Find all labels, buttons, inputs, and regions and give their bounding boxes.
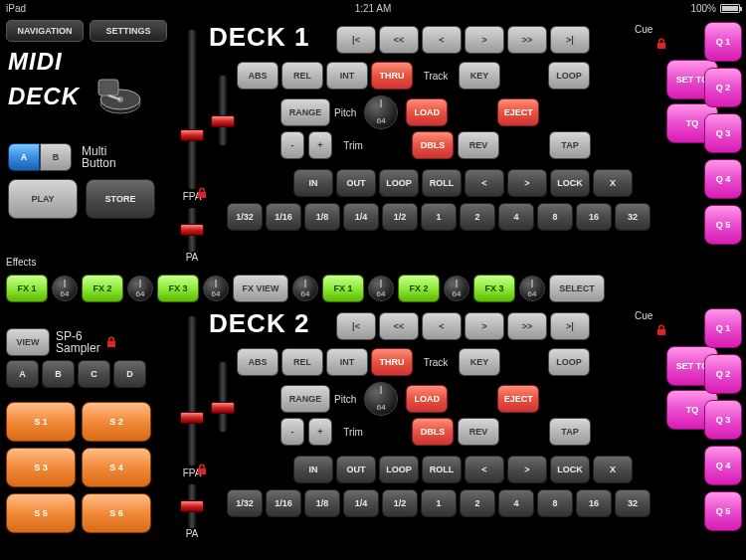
deck1-key[interactable]: KEY <box>459 62 500 90</box>
fx3-b[interactable]: FX 3 <box>473 275 515 302</box>
deck2-beat-1-32[interactable]: 1/32 <box>227 489 263 517</box>
fx2-b[interactable]: FX 2 <box>398 275 440 302</box>
deck2-pitch-fader[interactable] <box>188 316 196 466</box>
settings-button[interactable]: SETTINGS <box>90 20 167 42</box>
deck1-in[interactable]: IN <box>293 169 333 197</box>
deck2-q3[interactable]: Q 3 <box>704 400 742 440</box>
deck1-x[interactable]: X <box>593 169 633 197</box>
deck2-back[interactable]: < <box>422 312 462 340</box>
sampler-bank-c[interactable]: C <box>78 360 110 388</box>
fx1-b[interactable]: FX 1 <box>322 275 364 302</box>
deck2-q5[interactable]: Q 5 <box>704 491 742 531</box>
deck1-beat-1-8[interactable]: 1/8 <box>304 203 340 231</box>
deck2-dbls[interactable]: DBLS <box>412 418 454 446</box>
fx2-a[interactable]: FX 2 <box>82 275 123 302</box>
sample-s2[interactable]: S 2 <box>82 402 151 442</box>
deck2-beat-2[interactable]: 2 <box>460 489 495 517</box>
deck-a-toggle[interactable]: A <box>8 143 40 171</box>
deck2-lt[interactable]: < <box>465 456 504 483</box>
deck1-rev[interactable]: REV <box>458 131 499 159</box>
deck1-beat-8[interactable]: 8 <box>537 203 573 231</box>
deck1-beat-4[interactable]: 4 <box>498 203 534 231</box>
deck1-plus[interactable]: + <box>308 131 332 159</box>
deck1-beat-2[interactable]: 2 <box>460 203 495 231</box>
deck1-fwd[interactable]: >> <box>507 26 547 54</box>
deck1-thru[interactable]: THRU <box>371 62 413 90</box>
deck1-last[interactable]: >| <box>550 26 590 54</box>
deck1-rew[interactable]: << <box>379 26 419 54</box>
deck1-trim-fader[interactable] <box>219 76 227 145</box>
navigation-button[interactable]: NAVIGATION <box>6 20 84 42</box>
sampler-view-button[interactable]: VIEW <box>6 328 50 356</box>
deck1-q1[interactable]: Q 1 <box>704 22 742 62</box>
fx-view-button[interactable]: FX VIEW <box>233 275 288 302</box>
deck2-lock[interactable]: LOCK <box>550 456 590 483</box>
deck2-beat-32[interactable]: 32 <box>615 489 651 517</box>
sample-s5[interactable]: S 5 <box>6 493 76 533</box>
deck1-q5[interactable]: Q 5 <box>704 205 742 245</box>
sampler-bank-d[interactable]: D <box>113 360 146 388</box>
fx2-a-knob[interactable]: 64 <box>127 276 153 301</box>
deck2-rew[interactable]: << <box>379 312 419 340</box>
fxview-knob[interactable]: 64 <box>292 276 318 301</box>
fx3-a[interactable]: FX 3 <box>157 275 199 302</box>
deck1-int[interactable]: INT <box>326 62 368 90</box>
fx1-a[interactable]: FX 1 <box>6 275 48 302</box>
deck2-roll[interactable]: ROLL <box>422 456 462 483</box>
deck2-q4[interactable]: Q 4 <box>704 446 742 485</box>
deck1-play[interactable]: > <box>465 26 504 54</box>
deck2-key[interactable]: KEY <box>459 348 500 376</box>
sample-s3[interactable]: S 3 <box>6 448 76 487</box>
deck1-loop2[interactable]: LOOP <box>379 169 419 197</box>
deck1-rel[interactable]: REL <box>281 62 323 90</box>
deck1-beat-1-32[interactable]: 1/32 <box>227 203 263 231</box>
deck2-play[interactable]: > <box>465 312 504 340</box>
sample-s4[interactable]: S 4 <box>82 448 151 487</box>
deck1-roll[interactable]: ROLL <box>422 169 462 197</box>
deck2-in[interactable]: IN <box>293 456 333 483</box>
deck1-gt[interactable]: > <box>507 169 547 197</box>
deck2-beat-16[interactable]: 16 <box>576 489 612 517</box>
deck1-beat-1[interactable]: 1 <box>421 203 457 231</box>
deck2-gt[interactable]: > <box>507 456 547 483</box>
deck1-pa-fader[interactable] <box>188 208 196 252</box>
deck1-lock[interactable]: LOCK <box>550 169 590 197</box>
deck1-range[interactable]: RANGE <box>280 98 330 126</box>
deck2-thru[interactable]: THRU <box>371 348 413 376</box>
deck2-load[interactable]: LOAD <box>406 385 448 413</box>
deck2-beat-1-16[interactable]: 1/16 <box>266 489 301 517</box>
deck2-range[interactable]: RANGE <box>280 385 330 413</box>
deck2-eject[interactable]: EJECT <box>497 385 539 413</box>
fx3-a-knob[interactable]: 64 <box>203 276 229 301</box>
deck2-tap[interactable]: TAP <box>549 418 591 446</box>
play-button[interactable]: PLAY <box>8 179 78 219</box>
deck1-beat-1-16[interactable]: 1/16 <box>266 203 301 231</box>
deck2-beat-8[interactable]: 8 <box>537 489 573 517</box>
fx3-b-knob[interactable]: 64 <box>519 276 545 301</box>
deck2-fwd[interactable]: >> <box>507 312 547 340</box>
deck1-trim-knob[interactable]: 64 <box>364 95 398 129</box>
deck2-q1[interactable]: Q 1 <box>704 308 742 348</box>
deck2-x[interactable]: X <box>593 456 633 483</box>
deck1-beat-1-2[interactable]: 1/2 <box>382 203 418 231</box>
deck2-abs[interactable]: ABS <box>237 348 279 376</box>
deck2-int[interactable]: INT <box>326 348 368 376</box>
deck2-loop[interactable]: LOOP <box>548 348 590 376</box>
deck1-load[interactable]: LOAD <box>406 98 448 126</box>
deck2-last[interactable]: >| <box>550 312 590 340</box>
deck2-beat-1-4[interactable]: 1/4 <box>343 489 379 517</box>
deck1-back[interactable]: < <box>422 26 462 54</box>
deck2-beat-1[interactable]: 1 <box>421 489 457 517</box>
deck2-beat-4[interactable]: 4 <box>498 489 534 517</box>
deck1-tap[interactable]: TAP <box>549 131 591 159</box>
deck2-out[interactable]: OUT <box>336 456 376 483</box>
deck1-pitch-fader[interactable] <box>188 30 196 189</box>
deck2-beat-1-8[interactable]: 1/8 <box>304 489 340 517</box>
deck2-trim-fader[interactable] <box>219 362 227 432</box>
deck1-q4[interactable]: Q 4 <box>704 159 742 199</box>
deck1-dbls[interactable]: DBLS <box>412 131 454 159</box>
deck1-lt[interactable]: < <box>465 169 504 197</box>
store-button[interactable]: STORE <box>86 179 155 219</box>
deck1-loop[interactable]: LOOP <box>548 62 590 90</box>
deck1-q2[interactable]: Q 2 <box>704 68 742 107</box>
